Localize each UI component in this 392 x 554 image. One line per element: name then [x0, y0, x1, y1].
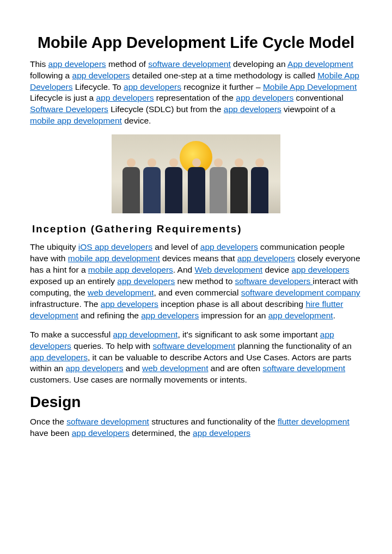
text: representation of the: [154, 93, 236, 102]
hero-image: [112, 134, 280, 213]
person-figure: [188, 167, 205, 213]
link-software-development-company[interactable]: software development company: [241, 288, 360, 297]
document-page: Mobile App Development Life Cycle Model …: [0, 0, 392, 463]
text: Lifecycle is just a: [30, 93, 96, 102]
text: developing an: [231, 59, 287, 69]
hero-image-container: [30, 134, 362, 216]
link-app-developers[interactable]: app developers: [193, 428, 250, 438]
person-figure: [165, 167, 182, 213]
text: determined, the: [130, 428, 193, 438]
link-app-developers[interactable]: app developers: [30, 353, 88, 362]
text: infrastructure. The: [30, 299, 101, 309]
text: impression for an: [199, 311, 268, 320]
person-figure: [230, 167, 248, 213]
text: device.: [122, 116, 151, 125]
link-app-developers[interactable]: app developers: [65, 364, 123, 373]
section-heading-inception: Inception (Gathering Requirements): [32, 223, 362, 235]
link-web-development[interactable]: web development: [88, 288, 154, 297]
text: , it's significant to ask some important: [177, 330, 320, 339]
text: Lifecycle. To: [72, 82, 124, 91]
text: viewpoint of a: [281, 104, 335, 114]
link-app-developers[interactable]: app developers: [96, 93, 154, 102]
text: .: [333, 311, 335, 320]
link-software-development[interactable]: software development: [152, 341, 235, 350]
link-app-developers[interactable]: app developers: [141, 311, 199, 320]
person-figure: [251, 167, 268, 213]
person-figure: [143, 167, 161, 213]
text: To make a successful: [30, 330, 113, 339]
text: planning the functionality of an: [235, 341, 352, 350]
link-app-developers[interactable]: app developers: [72, 428, 130, 438]
link-app-development[interactable]: App development: [287, 59, 353, 69]
text: device: [262, 265, 291, 274]
text: conventional: [293, 93, 343, 102]
link-flutter-development[interactable]: flutter development: [278, 417, 350, 426]
link-app-developers[interactable]: app developers: [237, 254, 295, 263]
link-software-developers[interactable]: software developers: [235, 276, 313, 286]
text: and refining the: [78, 311, 141, 320]
link-web-development[interactable]: Web development: [194, 265, 262, 274]
text: queries. To help with: [71, 341, 153, 350]
text: Lifecycle (SDLC) but from the: [108, 104, 224, 114]
link-app-developers[interactable]: app developers: [124, 82, 181, 91]
text: Once the: [30, 417, 66, 426]
text: detailed one-step at a time methodology …: [130, 71, 318, 80]
inception-paragraph-2: To make a successful app development, it…: [30, 329, 362, 386]
link-web-development[interactable]: web development: [142, 364, 209, 373]
text: and level of: [152, 242, 200, 251]
link-app-developers[interactable]: app developers: [48, 59, 106, 69]
link-app-developers[interactable]: app developers: [292, 265, 350, 274]
link-app-developers[interactable]: app developers: [117, 276, 175, 286]
link-app-developers[interactable]: app developers: [224, 104, 281, 114]
link-mobile-app-development[interactable]: mobile app development: [30, 116, 122, 125]
text: , and even commercial: [154, 288, 241, 297]
person-figure: [210, 167, 227, 213]
link-mobile-app-development[interactable]: mobile app development: [68, 254, 160, 263]
link-app-developers[interactable]: app developers: [200, 242, 258, 251]
link-app-developers[interactable]: app developers: [236, 93, 293, 102]
link-software-development[interactable]: software development: [148, 59, 231, 69]
text: method of: [106, 59, 149, 69]
page-title: Mobile App Development Life Cycle Model: [30, 33, 362, 53]
link-app-developers[interactable]: app developers: [72, 71, 130, 80]
person-figure: [122, 167, 140, 213]
link-software-developers[interactable]: Software Developers: [30, 104, 108, 114]
text: structures and functionality of the: [149, 417, 278, 426]
text: customers. Use cases are normally moveme…: [30, 375, 247, 384]
design-paragraph: Once the software development structures…: [30, 416, 362, 439]
text: following a: [30, 71, 72, 80]
text: recognize it further –: [181, 82, 263, 91]
link-ios-app-developers[interactable]: iOS app developers: [78, 242, 152, 251]
section-heading-design: Design: [30, 393, 362, 411]
text: exposed up an entirely: [30, 276, 117, 286]
link-software-development[interactable]: software development: [262, 364, 345, 373]
link-app-developers[interactable]: app developers: [101, 299, 158, 309]
link-software-development[interactable]: software development: [66, 417, 149, 426]
text: devices means that: [160, 254, 237, 263]
link-mobile-app-development[interactable]: Mobile App Development: [263, 82, 357, 91]
intro-paragraph: This app developers method of software d…: [30, 59, 362, 127]
text: and are often: [208, 364, 262, 373]
text: This: [30, 59, 48, 69]
text: have been: [30, 428, 72, 438]
text: . And: [173, 265, 195, 274]
link-app-development[interactable]: app development: [113, 330, 177, 339]
inception-paragraph-1: The ubiquity iOS app developers and leve…: [30, 242, 362, 321]
text: new method to: [175, 276, 235, 286]
text: and: [123, 364, 142, 373]
text: The ubiquity: [30, 242, 78, 251]
link-app-development[interactable]: app development: [268, 311, 333, 320]
text: inception phase is all about describing: [158, 299, 306, 309]
link-mobile-app-developers[interactable]: mobile app developers: [88, 265, 173, 274]
